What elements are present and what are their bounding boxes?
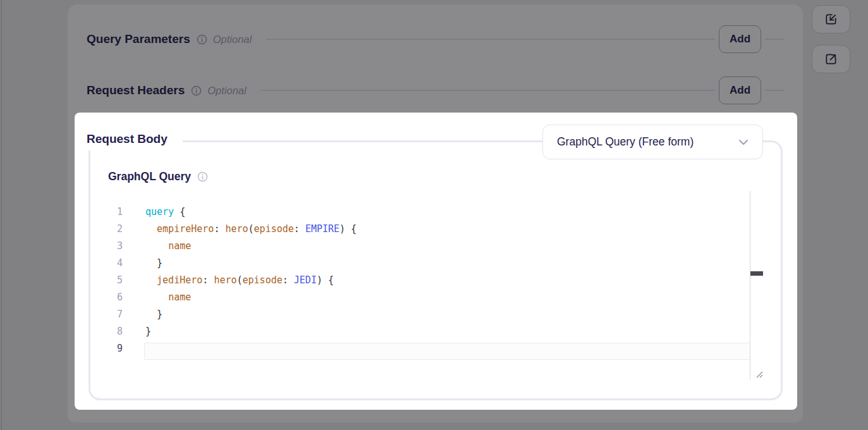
section-row-query-parameters: Query Parameters Optional Add [87,25,785,53]
code-content: query { empireHero: hero(episode: EMPIRE… [145,206,749,360]
body-type-selected-value: GraphQL Query (Free form) [557,135,738,149]
editor-scrollbar-thumb[interactable] [750,271,763,276]
box-arrow-up-right-icon [824,52,838,66]
request-body-title: Request Body [80,128,183,150]
box-arrow-in-down-left-icon [824,12,838,27]
line-number-gutter: 123456789 [100,206,123,360]
open-external-button[interactable] [812,45,850,73]
info-icon[interactable] [197,171,208,182]
edit-request-button[interactable] [812,5,850,34]
graphql-code-editor[interactable]: 123456789 query { empireHero: hero(episo… [100,191,764,379]
optional-label: Optional [213,34,252,46]
body-type-select[interactable]: GraphQL Query (Free form) [542,125,763,159]
info-icon[interactable] [197,34,207,45]
add-button[interactable]: Add [719,77,761,104]
graphql-query-label-text: GraphQL Query [108,170,191,183]
section-row-request-headers: Request Headers Optional Add [87,77,785,104]
graphql-query-label: GraphQL Query [108,170,208,183]
section-divider-tail [765,90,785,91]
editor-scrollbar-track [750,191,750,379]
info-icon[interactable] [191,85,202,96]
page-left-edge [0,0,2,430]
section-title: Request Headers [87,83,185,97]
section-divider [260,90,715,91]
optional-label: Optional [207,85,246,97]
section-divider [266,39,715,40]
section-divider-tail [765,39,785,40]
section-title: Query Parameters [87,32,190,46]
resize-grip-icon[interactable] [754,369,764,379]
add-button[interactable]: Add [719,25,761,53]
chevron-down-icon [738,139,749,145]
